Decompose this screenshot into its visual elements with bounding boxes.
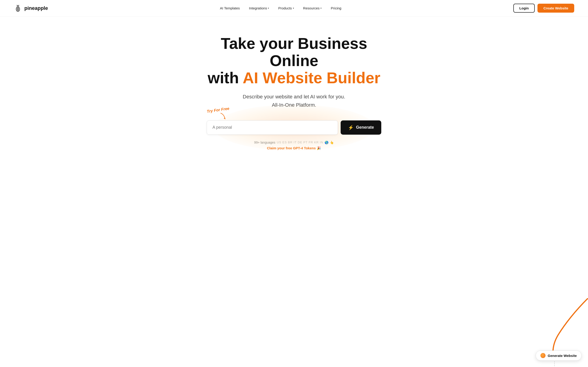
hero-subtitle: Describe your website and let AI work fo… <box>243 93 345 109</box>
languages-row: 99+ languages US ES BR IT DE PT FR KR IN… <box>254 141 334 150</box>
create-website-button[interactable]: Create Website <box>537 4 574 13</box>
input-wrapper: Try For Free ⚡ Generate <box>202 120 386 135</box>
nav-links: AI Templates Integrations ▾ Products ▾ R… <box>216 4 345 12</box>
hero-section: Take your Business Online with AI Websit… <box>0 17 588 164</box>
hand-icon: 👆 <box>330 141 334 144</box>
try-arrow-icon <box>219 112 229 121</box>
nav-products[interactable]: Products ▾ <box>275 4 297 12</box>
pineapple-logo-icon <box>14 4 22 12</box>
try-annotation-text: Try For Free <box>207 106 230 114</box>
input-row: ⚡ Generate <box>207 120 381 135</box>
nav-actions: Login Create Website <box>513 4 574 13</box>
nav-ai-templates[interactable]: AI Templates <box>216 4 243 12</box>
nav-pricing[interactable]: Pricing <box>327 4 345 12</box>
lightning-icon: ⚡ <box>348 125 354 130</box>
generate-website-pill[interactable]: Generate Website <box>536 350 582 361</box>
resources-chevron-icon: ▾ <box>320 7 321 9</box>
navbar: pineapple AI Templates Integrations ▾ Pr… <box>0 0 588 17</box>
globe-icon: 🌎 <box>325 141 329 144</box>
generate-button[interactable]: ⚡ Generate <box>341 120 381 135</box>
login-button[interactable]: Login <box>513 4 535 13</box>
hero-headline: Take your Business Online with AI Websit… <box>200 35 388 86</box>
pill-dot-icon <box>540 353 545 358</box>
nav-integrations[interactable]: Integrations ▾ <box>245 4 273 12</box>
nav-resources[interactable]: Resources ▾ <box>300 4 326 12</box>
languages-info: 99+ languages US ES BR IT DE PT FR KR IN… <box>254 141 334 144</box>
logo-text: pineapple <box>24 5 48 11</box>
website-description-input[interactable] <box>207 120 338 135</box>
integrations-chevron-icon: ▾ <box>268 7 269 9</box>
products-chevron-icon: ▾ <box>293 7 294 9</box>
logo-link[interactable]: pineapple <box>14 4 48 12</box>
try-annotation-container: Try For Free <box>207 108 229 112</box>
claim-tokens-link[interactable]: Claim your free GPT-4 Tokens 🎉 <box>267 146 321 150</box>
